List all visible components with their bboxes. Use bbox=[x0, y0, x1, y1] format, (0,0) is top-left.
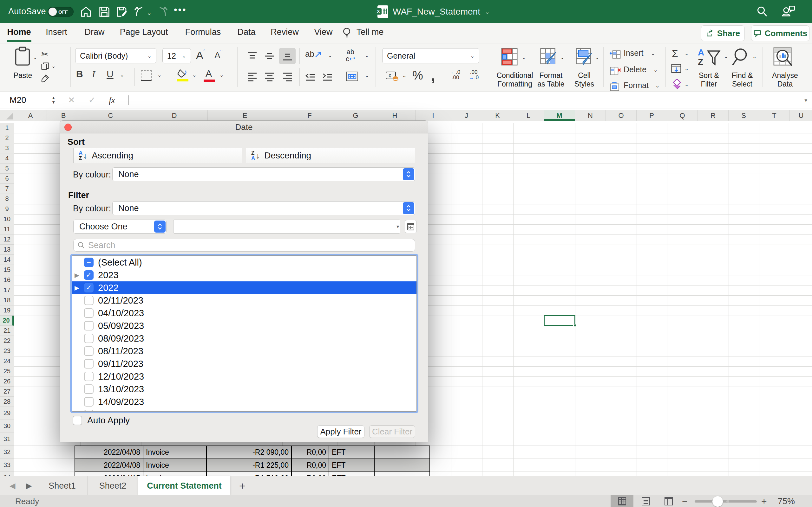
tab-home[interactable]: Home bbox=[8, 23, 30, 41]
column-header-D[interactable]: D bbox=[141, 110, 208, 121]
item-checkbox[interactable] bbox=[84, 321, 94, 331]
column-header-Q[interactable]: Q bbox=[667, 110, 698, 121]
page-layout-view-button[interactable] bbox=[635, 495, 657, 507]
column-header-U[interactable]: U bbox=[790, 110, 812, 121]
insert-cells-icon[interactable] bbox=[610, 50, 621, 59]
fill-color-chevron-icon[interactable]: ⌄ bbox=[192, 72, 196, 78]
column-header-H[interactable]: H bbox=[374, 110, 415, 121]
document-title-group[interactable]: X WAF_New_Statement ⌄ bbox=[377, 0, 490, 23]
row-header-23[interactable]: 23 bbox=[0, 346, 14, 356]
align-middle-icon[interactable] bbox=[263, 50, 276, 62]
delete-cells-icon[interactable] bbox=[610, 66, 621, 76]
item-checkbox[interactable] bbox=[84, 334, 94, 343]
filter-item-08112023[interactable]: 08/11/2023 bbox=[72, 345, 416, 357]
sort-filter-chevron-icon[interactable]: ⌄ bbox=[724, 54, 728, 60]
decrease-font-icon[interactable]: Aˇ bbox=[214, 50, 222, 60]
item-checkbox[interactable] bbox=[84, 296, 94, 305]
sort-filter-icon[interactable]: AZ bbox=[697, 47, 722, 67]
fill-down-icon[interactable] bbox=[670, 63, 682, 74]
column-header-I[interactable]: I bbox=[415, 110, 451, 121]
row-header-8[interactable]: 8 bbox=[0, 194, 14, 204]
increase-font-icon[interactable]: Aˆ bbox=[196, 49, 205, 61]
row-header-11[interactable]: 11 bbox=[0, 224, 14, 234]
search-field[interactable]: Search bbox=[73, 239, 415, 251]
align-right-icon[interactable] bbox=[281, 70, 294, 83]
format-chevron-icon[interactable]: ⌄ bbox=[655, 83, 659, 89]
italic-icon[interactable]: I bbox=[92, 69, 95, 79]
column-header-R[interactable]: R bbox=[698, 110, 728, 121]
bold-icon[interactable]: B bbox=[76, 69, 83, 79]
row-header-24[interactable]: 24 bbox=[0, 356, 14, 366]
row-header-10[interactable]: 10 bbox=[0, 214, 14, 224]
column-header-B[interactable]: B bbox=[47, 110, 80, 121]
filter-item-2023[interactable]: ▶✓2023 bbox=[72, 269, 416, 281]
clear-filter-button[interactable]: Clear Filter bbox=[369, 425, 415, 438]
row-header-5[interactable]: 5 bbox=[0, 164, 14, 174]
apply-filter-button[interactable]: Apply Filter bbox=[317, 425, 364, 438]
dialog-title-bar[interactable]: Date bbox=[60, 121, 428, 133]
row-header-20[interactable]: 20 bbox=[0, 316, 14, 326]
row-header-30[interactable]: 30 bbox=[0, 420, 14, 433]
clear-chevron-icon[interactable]: ⌄ bbox=[684, 81, 689, 88]
undo-menu-chevron-icon[interactable]: ⌄ bbox=[147, 9, 152, 16]
name-box[interactable]: M20 ▲▼ bbox=[0, 92, 59, 108]
fill-chevron-icon[interactable]: ⌄ bbox=[684, 66, 689, 72]
filter-item-partial[interactable] bbox=[72, 408, 416, 412]
add-sheet-button[interactable]: + bbox=[234, 476, 251, 495]
insert-function-icon[interactable]: fx bbox=[109, 95, 115, 105]
font-color-icon[interactable]: A bbox=[206, 68, 212, 79]
people-comment-icon[interactable] bbox=[781, 4, 796, 18]
number-format-select[interactable]: General⌄ bbox=[382, 48, 479, 63]
formula-bar-expand-icon[interactable]: ▼ bbox=[803, 98, 808, 103]
cell-r32c4[interactable]: EFT bbox=[328, 446, 374, 459]
cell-r33c0[interactable]: 2022/04/08 bbox=[74, 458, 143, 472]
comma-icon[interactable]: , bbox=[431, 66, 435, 84]
row-header-26[interactable]: 26 bbox=[0, 377, 14, 387]
zoom-slider-track[interactable] bbox=[695, 500, 757, 503]
clear-icon[interactable] bbox=[670, 79, 682, 90]
merge-center-icon[interactable] bbox=[345, 70, 359, 83]
tab-tell-me[interactable]: Tell me bbox=[356, 23, 384, 41]
delete-label[interactable]: Delete bbox=[623, 65, 647, 74]
column-header-E[interactable]: E bbox=[208, 110, 282, 121]
cell-r32c3[interactable]: R0,00 bbox=[291, 446, 329, 459]
comments-button[interactable]: Comments bbox=[751, 25, 809, 41]
orientation-icon[interactable]: ab bbox=[305, 49, 322, 59]
cell-r32c5[interactable] bbox=[374, 446, 430, 459]
filter-item-02112023[interactable]: 02/11/2023 bbox=[72, 294, 416, 307]
filter-value-input[interactable]: ▼ bbox=[173, 220, 400, 233]
cell-r32c0[interactable]: 2022/04/08 bbox=[74, 446, 143, 459]
cell-r33c4[interactable]: EFT bbox=[328, 458, 374, 472]
filter-item-2022[interactable]: ▶✓2022 bbox=[72, 281, 416, 294]
paste-chevron-icon[interactable]: ⌄ bbox=[33, 54, 37, 60]
home-icon[interactable] bbox=[80, 6, 92, 18]
filter-value-dropdown-icon[interactable]: ▼ bbox=[396, 224, 400, 229]
column-header-F[interactable]: F bbox=[282, 110, 337, 121]
item-checkbox[interactable] bbox=[84, 384, 94, 394]
row-header-7[interactable]: 7 bbox=[0, 184, 14, 194]
page-break-view-button[interactable] bbox=[657, 495, 680, 507]
auto-apply-row[interactable]: Auto Apply bbox=[72, 415, 130, 426]
tab-page-layout[interactable]: Page Layout bbox=[119, 23, 168, 41]
tab-formulas[interactable]: Formulas bbox=[185, 23, 221, 41]
sheet-nav-right-icon[interactable]: ▶ bbox=[26, 476, 32, 495]
zoom-slider-knob[interactable] bbox=[712, 496, 723, 507]
cut-icon[interactable]: ✂ bbox=[41, 49, 49, 60]
orientation-chevron-icon[interactable]: ⌄ bbox=[328, 52, 332, 58]
filter-by-colour-select[interactable]: None bbox=[112, 201, 415, 215]
normal-view-button[interactable] bbox=[611, 495, 633, 507]
column-header-P[interactable]: P bbox=[637, 110, 667, 121]
cell-r33c3[interactable]: R0,00 bbox=[291, 458, 329, 472]
filter-item-08092023[interactable]: 08/09/2023 bbox=[72, 332, 416, 345]
zoom-out-icon[interactable]: − bbox=[682, 495, 688, 507]
cell-r33c5[interactable] bbox=[374, 458, 430, 472]
date-picker-button[interactable] bbox=[405, 220, 417, 233]
find-select-icon[interactable] bbox=[731, 47, 751, 67]
decrease-indent-icon[interactable] bbox=[304, 70, 316, 83]
item-checkbox[interactable] bbox=[84, 410, 94, 412]
font-name-select[interactable]: Calibri (Body)⌄ bbox=[75, 48, 156, 63]
auto-apply-checkbox[interactable] bbox=[72, 416, 82, 425]
save-icon[interactable] bbox=[98, 6, 110, 18]
redo-icon[interactable] bbox=[157, 6, 169, 18]
row-header-32[interactable]: 32 bbox=[0, 446, 14, 458]
